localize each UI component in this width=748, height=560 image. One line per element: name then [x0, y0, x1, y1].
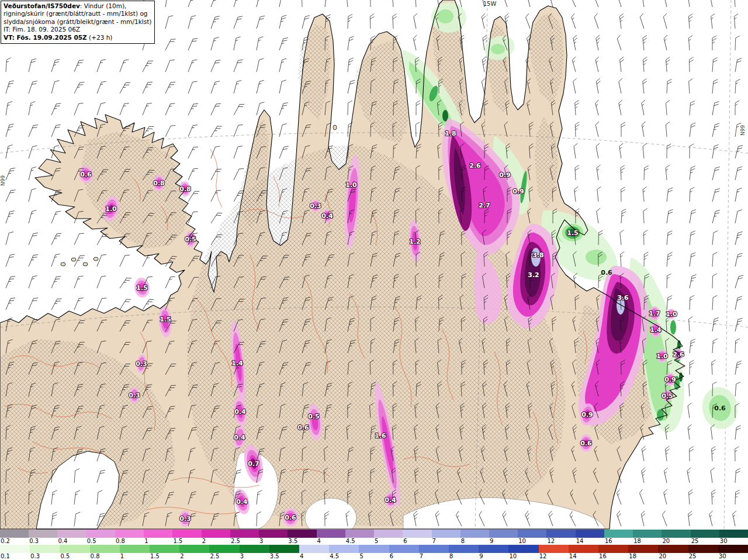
- legend-tick-label: 18: [628, 553, 658, 560]
- legend-color-cell: [359, 545, 389, 553]
- legend-tick-label: 3.5: [269, 553, 299, 560]
- precip-value-label: 0.7: [248, 460, 259, 468]
- legend-tick-label: 7: [419, 553, 449, 560]
- legend-color-cell: [479, 545, 508, 553]
- legend-tick-label: 0.2: [0, 538, 29, 545]
- legend-tick-label: 9: [489, 538, 518, 545]
- legend-color-cell: [576, 530, 604, 538]
- legend-color-cell: [0, 545, 30, 553]
- legend-tick-label: 4: [299, 553, 329, 560]
- legend-tick-label: 16: [604, 538, 633, 545]
- legend-color-cell: [449, 545, 479, 553]
- legend-tick-label: 2.5: [230, 538, 259, 545]
- legend-color-cell: [419, 545, 449, 553]
- precip-value-label: 0.6: [297, 424, 309, 431]
- precip-value-label: 0.3: [310, 202, 321, 210]
- legend-tick-label: 0.8: [90, 553, 120, 560]
- legend-tick-label: 30: [718, 553, 748, 560]
- legend-tick-label: 12: [539, 553, 569, 560]
- legend-tick-label: 10: [508, 553, 538, 560]
- precip-value-label: 3.6: [617, 294, 629, 302]
- precip-value-label: 0.9: [512, 188, 524, 195]
- legend-tick-label: 1: [144, 538, 172, 545]
- precip-value-label: 1.8: [445, 130, 456, 137]
- legend-tick-label: 18: [633, 538, 662, 545]
- meridian-label: 15W: [483, 1, 497, 7]
- precip-value-label: 1.7: [649, 310, 660, 317]
- legend-tick-label: 12: [546, 538, 575, 545]
- precip-value-label: 1.6: [375, 432, 386, 440]
- legend-tick-label: 3: [259, 538, 288, 545]
- legend-tick-label: 0.1: [0, 553, 30, 560]
- legend-color-cell: [604, 530, 633, 538]
- rain-scale-colorbar: [0, 545, 748, 553]
- precip-value-label: 1.5: [567, 229, 579, 237]
- legend-tick-label: 4.5: [345, 538, 374, 545]
- precip-value-label: 1.0: [345, 181, 357, 189]
- precip-value-label: 3.8: [532, 251, 544, 259]
- legend-color-cell: [0, 530, 29, 538]
- legend-color-cell: [329, 545, 359, 553]
- legend-tick-label: 1.5: [172, 538, 201, 545]
- legend-color-cell: [546, 530, 575, 538]
- legend-color-cell: [202, 530, 230, 538]
- precip-value-label: 0.5: [308, 413, 320, 420]
- legend-color-cell: [489, 530, 518, 538]
- legend-tick-label: 9: [479, 553, 508, 560]
- precip-value-label: 0.9: [581, 411, 593, 419]
- legend-color-cell: [120, 545, 150, 553]
- legend-color-cell: [90, 545, 120, 553]
- snow-scale-labels: 0.20.30.40.50.811.522.533.544.5567891012…: [0, 538, 748, 545]
- precip-value-label: 2.6: [673, 351, 684, 358]
- legend-color-cell: [172, 530, 201, 538]
- legend-color-cell: [719, 530, 748, 538]
- precip-value-label: 0.6: [80, 171, 92, 178]
- legend-tick-label: 6: [389, 553, 419, 560]
- precip-value-label: 3.2: [528, 271, 539, 279]
- legend-color-cell: [569, 545, 598, 553]
- legend-tick-label: 2.5: [209, 553, 239, 560]
- precip-value-label: 0.4: [385, 496, 396, 504]
- legend-color-cell: [115, 530, 144, 538]
- legend-tick-label: 8: [449, 553, 479, 560]
- precip-value-label: 2.6: [469, 162, 481, 170]
- legend-tick-label: 0.5: [86, 538, 115, 545]
- legend-color-cell: [86, 530, 115, 538]
- legend-color-cell: [288, 530, 316, 538]
- legend-color-cell: [29, 530, 57, 538]
- precip-value-label: 1.0: [105, 205, 117, 213]
- valid-time-line: VT: Fös. 19.09.2025 05Z (+23 h): [4, 34, 151, 42]
- precip-value-label: 0.4: [234, 408, 246, 416]
- legend-color-cell: [539, 545, 569, 553]
- legend-color-cell: [345, 530, 374, 538]
- rain-scale-labels: 0.10.30.50.811.522.533.544.5567891012141…: [0, 553, 748, 560]
- precip-value-label: 0.9: [499, 171, 511, 179]
- legend-tick-label: 10: [518, 538, 546, 545]
- precip-value-label: 0.5: [662, 392, 673, 400]
- legend-color-cell: [389, 545, 419, 553]
- legend-color-cell: [432, 530, 460, 538]
- precip-value-label: 0.6: [580, 440, 592, 447]
- legend-color-cell: [718, 545, 748, 553]
- precip-value-label: 0.6: [601, 269, 612, 276]
- title-line-3: slydda/snjókoma (grátt/bleikt/grænt - mm…: [4, 18, 151, 26]
- precip-value-label: 0.4: [321, 212, 333, 220]
- legend-color-cell: [374, 530, 403, 538]
- legend-tick-label: 2: [179, 553, 209, 560]
- legend-color-cell: [179, 545, 209, 553]
- legend-color-cell: [658, 545, 688, 553]
- legend-color-cell: [662, 530, 690, 538]
- precip-value-label: 1.5: [160, 316, 171, 323]
- precip-value-label: 1.4: [650, 326, 662, 334]
- legend-color-cell: [259, 530, 288, 538]
- precip-value-label: 1.0: [656, 352, 668, 360]
- legend-tick-label: 30: [719, 538, 748, 545]
- legend-tick-label: 2: [202, 538, 230, 545]
- legend-color-cell: [269, 545, 299, 553]
- legend-color-cell: [460, 530, 489, 538]
- title-line-2: rigning/skúrir (grænt/blátt/rautt - mm/1…: [4, 10, 151, 18]
- legend-color-cell: [240, 545, 269, 553]
- init-time-line: IT: Fim. 18. 09. 2025 06Z: [4, 26, 151, 33]
- legend-color-cell: [209, 545, 239, 553]
- precip-value-label: 1.5: [136, 284, 148, 292]
